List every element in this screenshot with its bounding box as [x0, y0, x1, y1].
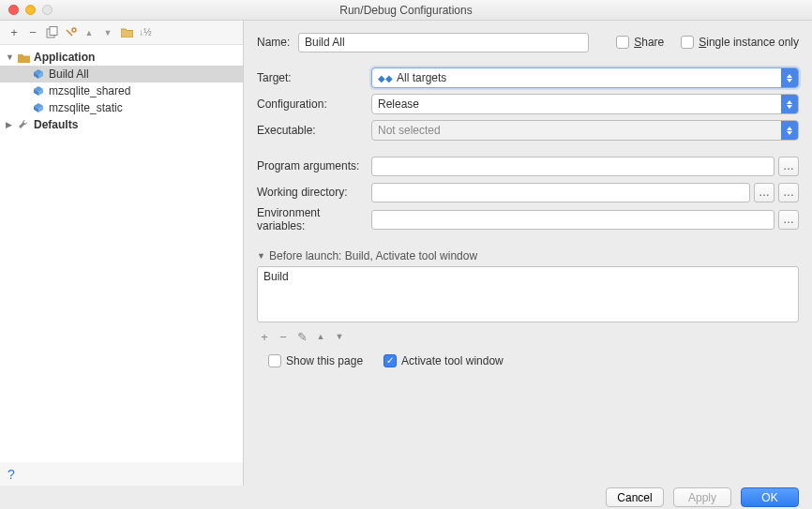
executable-select[interactable]: Not selected: [371, 120, 799, 141]
name-label: Name:: [257, 36, 298, 49]
item-label: mzsqlite_static: [49, 101, 123, 114]
sort-icon[interactable]: ↓½: [137, 24, 154, 41]
chevron-updown-icon: [781, 68, 798, 87]
tree-node-defaults[interactable]: ▶ Defaults: [0, 116, 243, 133]
target-label: Target:: [257, 71, 371, 84]
show-page-checkbox[interactable]: Show this page: [268, 354, 363, 367]
add-config-button[interactable]: +: [6, 24, 23, 41]
env-vars-input[interactable]: [371, 210, 774, 230]
item-label: mzsqlite_shared: [49, 84, 130, 97]
window-title: Run/Debug Configurations: [0, 4, 812, 17]
chevron-down-icon: ▼: [6, 52, 17, 62]
share-checkbox[interactable]: Share: [616, 36, 664, 49]
application-icon: [17, 51, 30, 64]
select-value: All targets: [397, 71, 446, 84]
select-value: Not selected: [378, 124, 441, 137]
target-select[interactable]: ◆◆ All targets: [371, 67, 799, 88]
copy-config-button[interactable]: [43, 24, 60, 41]
remove-config-button[interactable]: −: [24, 24, 41, 41]
titlebar: Run/Debug Configurations: [0, 0, 812, 21]
chevron-down-icon: ▼: [257, 251, 266, 261]
chevron-updown-icon: [781, 121, 798, 140]
target-icon: [32, 67, 45, 81]
list-item[interactable]: Build: [258, 267, 798, 286]
chevron-right-icon: ▶: [6, 120, 17, 129]
program-args-label: Program arguments:: [257, 159, 371, 172]
wrench-icon: [17, 118, 30, 131]
tree-item-shared[interactable]: mzsqlite_shared: [0, 82, 243, 99]
folder-icon[interactable]: [118, 24, 135, 41]
env-vars-browse-button[interactable]: …: [778, 210, 799, 230]
svg-rect-1: [50, 27, 57, 36]
targets-icon: ◆◆: [378, 73, 393, 83]
dialog-buttons: Cancel Apply OK: [0, 486, 812, 509]
working-dir-input[interactable]: [371, 183, 750, 202]
help-button[interactable]: ?: [0, 462, 243, 486]
configuration-label: Configuration:: [257, 97, 371, 111]
config-tree: ▼ Application Build All mzsqlite_shared: [0, 45, 243, 462]
section-title: Before launch: Build, Activate tool wind…: [269, 249, 477, 262]
working-dir-label: Working directory:: [257, 186, 371, 199]
down-icon[interactable]: ▼: [99, 24, 116, 41]
tree-item-build-all[interactable]: Build All: [0, 66, 243, 82]
target-icon: [32, 101, 45, 114]
program-args-input[interactable]: [371, 157, 774, 176]
before-launch-list[interactable]: Build: [257, 266, 799, 322]
sidebar-toolbar: + − ▲ ▼ ↓½: [0, 21, 243, 45]
single-instance-checkbox[interactable]: Single instance only: [681, 36, 799, 49]
before-launch-toolbar: + − ✎ ▲ ▼: [257, 328, 799, 345]
apply-button[interactable]: Apply: [673, 487, 731, 507]
program-args-more-button[interactable]: …: [778, 157, 799, 176]
name-input[interactable]: [298, 33, 589, 52]
chevron-updown-icon: [781, 95, 798, 113]
activate-window-checkbox[interactable]: Activate tool window: [383, 354, 504, 367]
down-icon[interactable]: ▼: [332, 328, 347, 345]
target-icon: [32, 84, 45, 97]
edit-task-button[interactable]: ✎: [294, 328, 309, 345]
select-value: Release: [378, 97, 419, 111]
executable-label: Executable:: [257, 124, 371, 137]
up-icon[interactable]: ▲: [81, 24, 98, 41]
working-dir-browse-button[interactable]: …: [754, 183, 774, 202]
node-label: Defaults: [34, 118, 78, 131]
env-vars-label: Environment variables:: [257, 206, 371, 232]
working-dir-vars-button[interactable]: …: [778, 183, 799, 202]
node-label: Application: [34, 51, 95, 64]
add-task-button[interactable]: +: [257, 328, 272, 345]
before-launch-header[interactable]: ▼ Before launch: Build, Activate tool wi…: [257, 249, 799, 262]
cancel-button[interactable]: Cancel: [606, 487, 664, 507]
ok-button[interactable]: OK: [741, 487, 799, 507]
up-icon[interactable]: ▲: [313, 328, 328, 345]
settings-icon[interactable]: [62, 24, 79, 41]
tree-node-application[interactable]: ▼ Application: [0, 49, 243, 66]
tree-item-static[interactable]: mzsqlite_static: [0, 99, 243, 116]
configuration-select[interactable]: Release: [371, 94, 799, 114]
remove-task-button[interactable]: −: [276, 328, 291, 345]
item-label: Build All: [49, 67, 89, 81]
